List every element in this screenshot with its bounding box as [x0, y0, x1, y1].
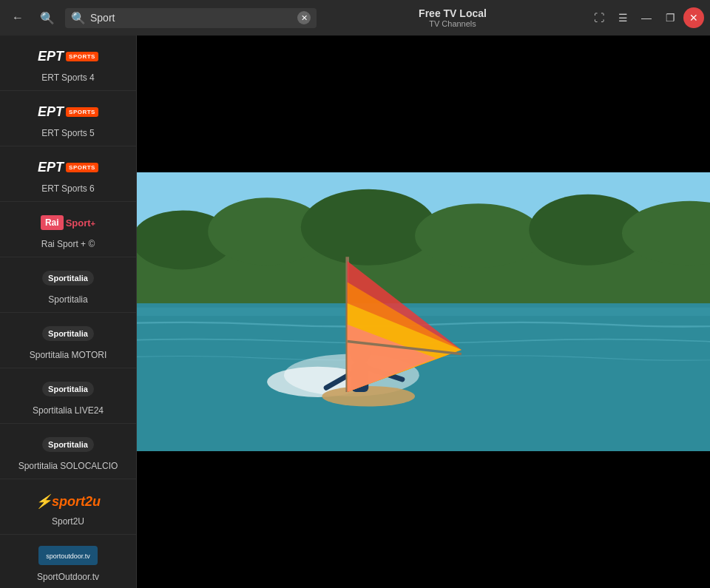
search-icon: 🔍: [71, 11, 86, 25]
svg-text:Sportitalia: Sportitalia: [48, 440, 89, 449]
search-box: 🔍 ✕: [65, 8, 317, 28]
back-button[interactable]: ←: [6, 6, 30, 30]
channel-item-rai-sport-plus[interactable]: Rai Sport+ Rai Sport + ©: [0, 202, 136, 257]
channel-name-sportoutdoor: SportOutdoor.tv: [37, 572, 99, 582]
svg-point-24: [322, 386, 415, 406]
titlebar: ← 🔍 🔍 ✕ Free TV Local TV Channels ⛶ ☰ — …: [0, 0, 710, 36]
ert-sports-4-logo: EPT SPORTS: [31, 43, 105, 70]
channel-item-sportitalia-live24[interactable]: Sportitalia Sportitalia LIVE24: [0, 368, 136, 424]
search-input[interactable]: [90, 12, 293, 24]
minimize-button[interactable]: —: [636, 7, 657, 28]
channel-name-sportitalia: Sportitalia: [48, 294, 87, 305]
main-content: EPT SPORTS ERT Sports 4 EPT SPORTS ERT S…: [0, 36, 710, 588]
sportoutdoor-logo: sportoutdoor.tv: [31, 542, 105, 569]
channel-item-sportitalia-motori[interactable]: Sportitalia Sportitalia MOTORI: [0, 313, 136, 368]
ert-sports-5-logo: EPT SPORTS: [31, 98, 105, 125]
channel-item-ert-sports-6[interactable]: EPT SPORTS ERT Sports 6: [0, 146, 136, 202]
sport2u-logo: ⚡sport2u: [31, 487, 105, 513]
svg-text:sportoutdoor.tv: sportoutdoor.tv: [46, 552, 90, 560]
windsurfer-svg: [137, 172, 710, 451]
app-title: Free TV Local TV Channels: [322, 7, 583, 28]
video-top-black: [137, 36, 710, 172]
sportitalia-solocalcio-logo: Sportitalia: [31, 431, 105, 458]
channel-name-rai-sport-plus: Rai Sport + ©: [41, 239, 95, 249]
channel-item-sport2u[interactable]: ⚡sport2u Sport2U: [0, 479, 136, 535]
video-bottom-black: [137, 451, 710, 588]
channel-item-sportitalia-solocalcio[interactable]: Sportitalia Sportitalia SOLOCALCIO: [0, 424, 136, 479]
app-subtitle: TV Channels: [322, 19, 583, 28]
svg-text:Sportitalia: Sportitalia: [48, 329, 89, 338]
close-button[interactable]: ✕: [683, 7, 704, 28]
svg-point-17: [415, 203, 541, 268]
sportitalia-live24-logo: Sportitalia: [31, 376, 105, 402]
video-area: [137, 36, 710, 588]
channel-item-ert-sports-5[interactable]: EPT SPORTS ERT Sports 5: [0, 91, 136, 146]
channel-name-sportitalia-solocalcio: Sportitalia SOLOCALCIO: [18, 461, 118, 471]
svg-point-16: [301, 189, 436, 266]
menu-button[interactable]: ☰: [612, 7, 633, 28]
channel-name-ert-sports-6: ERT Sports 6: [41, 183, 95, 194]
channel-item-ert-sports-4[interactable]: EPT SPORTS ERT Sports 4: [0, 36, 136, 91]
channel-item-sportitalia[interactable]: Sportitalia Sportitalia: [0, 257, 136, 313]
svg-text:Sportitalia: Sportitalia: [48, 274, 89, 283]
restore-button[interactable]: ❐: [660, 7, 680, 28]
channel-item-sportoutdoor[interactable]: sportoutdoor.tv SportOutdoor.tv: [0, 535, 136, 588]
fullscreen-button[interactable]: ⛶: [589, 7, 609, 28]
channel-name-sportitalia-live24: Sportitalia LIVE24: [33, 405, 104, 416]
sportitalia-motori-logo: Sportitalia: [31, 320, 105, 347]
clear-search-button[interactable]: ✕: [297, 11, 311, 24]
svg-rect-21: [137, 308, 710, 316]
video-player[interactable]: [137, 172, 710, 451]
channel-name-sport2u: Sport2U: [52, 516, 84, 527]
channel-name-ert-sports-4: ERT Sports 4: [41, 72, 95, 83]
app-name: Free TV Local: [322, 7, 583, 19]
channel-name-ert-sports-5: ERT Sports 5: [41, 128, 95, 138]
rai-sport-plus-logo: Rai Sport+: [31, 209, 105, 236]
window-controls: ⛶ ☰ — ❐ ✕: [589, 7, 704, 28]
video-content: [137, 172, 710, 451]
channel-sidebar: EPT SPORTS ERT Sports 4 EPT SPORTS ERT S…: [0, 36, 137, 588]
search-icon-button[interactable]: 🔍: [36, 6, 59, 30]
sportitalia-logo: Sportitalia: [31, 265, 105, 291]
svg-text:⚡sport2u: ⚡sport2u: [35, 493, 101, 510]
ert-sports-6-logo: EPT SPORTS: [31, 154, 105, 180]
channel-name-sportitalia-motori: Sportitalia MOTORI: [30, 350, 106, 360]
svg-text:Sportitalia: Sportitalia: [48, 385, 89, 393]
